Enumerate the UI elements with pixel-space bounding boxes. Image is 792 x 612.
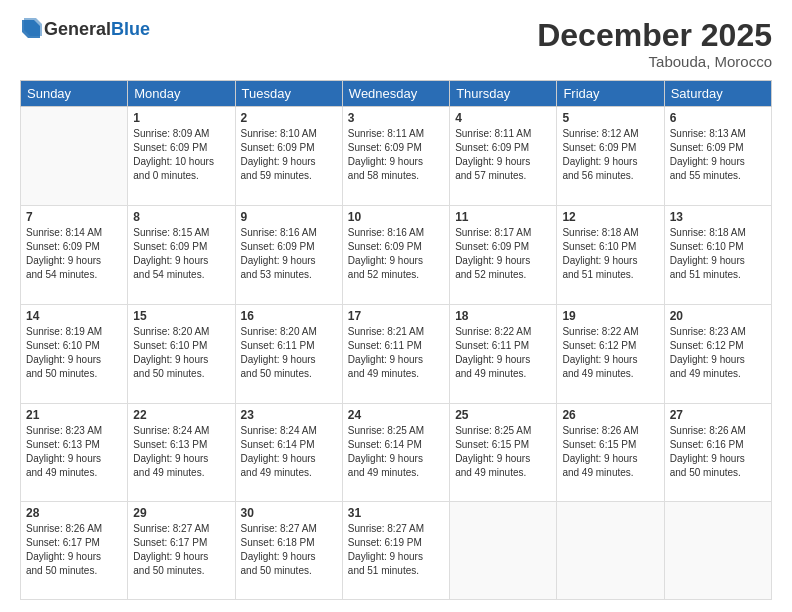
day-number: 16 [241,309,337,323]
calendar-cell: 12Sunrise: 8:18 AMSunset: 6:10 PMDayligh… [557,205,664,304]
day-info: Sunrise: 8:10 AMSunset: 6:09 PMDaylight:… [241,127,337,183]
day-info: Sunrise: 8:20 AMSunset: 6:11 PMDaylight:… [241,325,337,381]
calendar-week-row: 14Sunrise: 8:19 AMSunset: 6:10 PMDayligh… [21,304,772,403]
calendar-cell: 13Sunrise: 8:18 AMSunset: 6:10 PMDayligh… [664,205,771,304]
calendar-week-row: 1Sunrise: 8:09 AMSunset: 6:09 PMDaylight… [21,107,772,206]
calendar-cell: 26Sunrise: 8:26 AMSunset: 6:15 PMDayligh… [557,403,664,502]
day-info: Sunrise: 8:23 AMSunset: 6:12 PMDaylight:… [670,325,766,381]
calendar-cell: 22Sunrise: 8:24 AMSunset: 6:13 PMDayligh… [128,403,235,502]
day-info: Sunrise: 8:22 AMSunset: 6:12 PMDaylight:… [562,325,658,381]
day-info: Sunrise: 8:09 AMSunset: 6:09 PMDaylight:… [133,127,229,183]
day-info: Sunrise: 8:20 AMSunset: 6:10 PMDaylight:… [133,325,229,381]
day-info: Sunrise: 8:11 AMSunset: 6:09 PMDaylight:… [348,127,444,183]
day-info: Sunrise: 8:11 AMSunset: 6:09 PMDaylight:… [455,127,551,183]
weekday-header-thursday: Thursday [450,81,557,107]
logo-general-text: General [44,19,111,40]
day-info: Sunrise: 8:21 AMSunset: 6:11 PMDaylight:… [348,325,444,381]
day-number: 29 [133,506,229,520]
calendar-cell: 1Sunrise: 8:09 AMSunset: 6:09 PMDaylight… [128,107,235,206]
day-number: 27 [670,408,766,422]
weekday-header-saturday: Saturday [664,81,771,107]
day-number: 10 [348,210,444,224]
day-info: Sunrise: 8:17 AMSunset: 6:09 PMDaylight:… [455,226,551,282]
day-number: 28 [26,506,122,520]
header: GeneralBlue December 2025 Tabouda, Moroc… [20,18,772,70]
calendar-cell: 23Sunrise: 8:24 AMSunset: 6:14 PMDayligh… [235,403,342,502]
day-number: 5 [562,111,658,125]
calendar-cell: 5Sunrise: 8:12 AMSunset: 6:09 PMDaylight… [557,107,664,206]
day-info: Sunrise: 8:18 AMSunset: 6:10 PMDaylight:… [562,226,658,282]
calendar-cell: 9Sunrise: 8:16 AMSunset: 6:09 PMDaylight… [235,205,342,304]
day-info: Sunrise: 8:23 AMSunset: 6:13 PMDaylight:… [26,424,122,480]
day-info: Sunrise: 8:22 AMSunset: 6:11 PMDaylight:… [455,325,551,381]
calendar-cell [664,502,771,600]
logo: GeneralBlue [20,18,150,40]
day-number: 7 [26,210,122,224]
day-info: Sunrise: 8:16 AMSunset: 6:09 PMDaylight:… [348,226,444,282]
page: GeneralBlue December 2025 Tabouda, Moroc… [0,0,792,612]
day-number: 1 [133,111,229,125]
day-number: 20 [670,309,766,323]
day-number: 19 [562,309,658,323]
day-info: Sunrise: 8:26 AMSunset: 6:17 PMDaylight:… [26,522,122,578]
day-number: 26 [562,408,658,422]
day-number: 23 [241,408,337,422]
calendar-cell: 29Sunrise: 8:27 AMSunset: 6:17 PMDayligh… [128,502,235,600]
calendar-cell: 6Sunrise: 8:13 AMSunset: 6:09 PMDaylight… [664,107,771,206]
day-number: 21 [26,408,122,422]
day-number: 12 [562,210,658,224]
calendar-cell: 28Sunrise: 8:26 AMSunset: 6:17 PMDayligh… [21,502,128,600]
weekday-header-sunday: Sunday [21,81,128,107]
day-info: Sunrise: 8:15 AMSunset: 6:09 PMDaylight:… [133,226,229,282]
title-section: December 2025 Tabouda, Morocco [537,18,772,70]
calendar-cell: 21Sunrise: 8:23 AMSunset: 6:13 PMDayligh… [21,403,128,502]
day-info: Sunrise: 8:19 AMSunset: 6:10 PMDaylight:… [26,325,122,381]
weekday-header-monday: Monday [128,81,235,107]
day-info: Sunrise: 8:27 AMSunset: 6:18 PMDaylight:… [241,522,337,578]
day-number: 14 [26,309,122,323]
calendar-cell: 16Sunrise: 8:20 AMSunset: 6:11 PMDayligh… [235,304,342,403]
calendar-cell: 27Sunrise: 8:26 AMSunset: 6:16 PMDayligh… [664,403,771,502]
calendar-table: SundayMondayTuesdayWednesdayThursdayFrid… [20,80,772,600]
day-number: 4 [455,111,551,125]
day-info: Sunrise: 8:24 AMSunset: 6:13 PMDaylight:… [133,424,229,480]
day-info: Sunrise: 8:13 AMSunset: 6:09 PMDaylight:… [670,127,766,183]
day-info: Sunrise: 8:18 AMSunset: 6:10 PMDaylight:… [670,226,766,282]
calendar-cell: 19Sunrise: 8:22 AMSunset: 6:12 PMDayligh… [557,304,664,403]
calendar-cell: 10Sunrise: 8:16 AMSunset: 6:09 PMDayligh… [342,205,449,304]
day-info: Sunrise: 8:26 AMSunset: 6:15 PMDaylight:… [562,424,658,480]
day-info: Sunrise: 8:25 AMSunset: 6:15 PMDaylight:… [455,424,551,480]
logo-blue-text: Blue [111,19,150,40]
day-info: Sunrise: 8:27 AMSunset: 6:19 PMDaylight:… [348,522,444,578]
calendar-cell: 15Sunrise: 8:20 AMSunset: 6:10 PMDayligh… [128,304,235,403]
day-number: 24 [348,408,444,422]
calendar-cell: 7Sunrise: 8:14 AMSunset: 6:09 PMDaylight… [21,205,128,304]
day-info: Sunrise: 8:27 AMSunset: 6:17 PMDaylight:… [133,522,229,578]
calendar-cell: 17Sunrise: 8:21 AMSunset: 6:11 PMDayligh… [342,304,449,403]
day-number: 31 [348,506,444,520]
day-info: Sunrise: 8:24 AMSunset: 6:14 PMDaylight:… [241,424,337,480]
day-number: 9 [241,210,337,224]
calendar-cell: 18Sunrise: 8:22 AMSunset: 6:11 PMDayligh… [450,304,557,403]
calendar-cell: 20Sunrise: 8:23 AMSunset: 6:12 PMDayligh… [664,304,771,403]
calendar-cell: 31Sunrise: 8:27 AMSunset: 6:19 PMDayligh… [342,502,449,600]
day-info: Sunrise: 8:12 AMSunset: 6:09 PMDaylight:… [562,127,658,183]
day-number: 13 [670,210,766,224]
calendar-cell: 11Sunrise: 8:17 AMSunset: 6:09 PMDayligh… [450,205,557,304]
calendar-cell: 25Sunrise: 8:25 AMSunset: 6:15 PMDayligh… [450,403,557,502]
day-number: 18 [455,309,551,323]
day-info: Sunrise: 8:26 AMSunset: 6:16 PMDaylight:… [670,424,766,480]
calendar-week-row: 21Sunrise: 8:23 AMSunset: 6:13 PMDayligh… [21,403,772,502]
location-subtitle: Tabouda, Morocco [537,53,772,70]
day-number: 15 [133,309,229,323]
day-info: Sunrise: 8:14 AMSunset: 6:09 PMDaylight:… [26,226,122,282]
calendar-cell: 8Sunrise: 8:15 AMSunset: 6:09 PMDaylight… [128,205,235,304]
day-number: 30 [241,506,337,520]
day-info: Sunrise: 8:25 AMSunset: 6:14 PMDaylight:… [348,424,444,480]
day-number: 6 [670,111,766,125]
weekday-header-wednesday: Wednesday [342,81,449,107]
day-number: 2 [241,111,337,125]
day-number: 8 [133,210,229,224]
weekday-header-tuesday: Tuesday [235,81,342,107]
day-number: 22 [133,408,229,422]
